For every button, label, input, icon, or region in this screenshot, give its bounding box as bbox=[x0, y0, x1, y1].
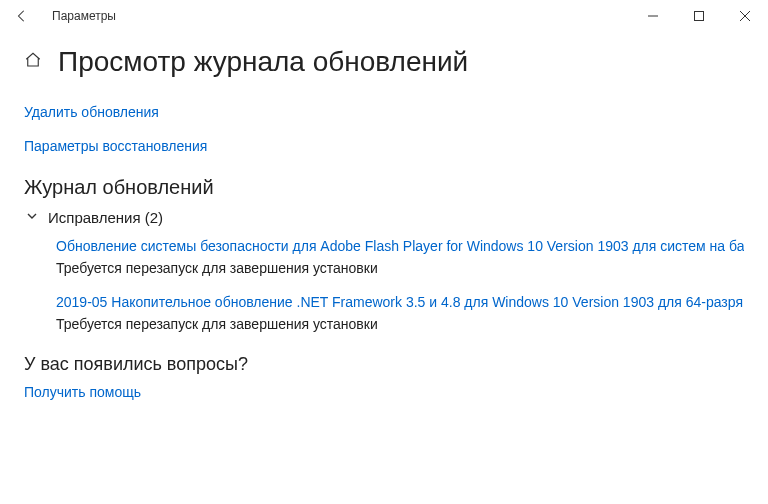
fixes-group-toggle[interactable]: Исправления (2) bbox=[24, 209, 744, 226]
content: Просмотр журнала обновлений Удалить обно… bbox=[0, 32, 768, 401]
window-title: Параметры bbox=[52, 9, 116, 23]
window-controls bbox=[630, 0, 768, 32]
help-title: У вас появились вопросы? bbox=[24, 354, 744, 375]
delete-updates-link[interactable]: Удалить обновления bbox=[24, 104, 744, 120]
heading-row: Просмотр журнала обновлений bbox=[24, 46, 744, 78]
update-title-link[interactable]: 2019-05 Накопительное обновление .NET Fr… bbox=[56, 294, 744, 310]
titlebar: Параметры bbox=[0, 0, 768, 32]
recovery-options-link[interactable]: Параметры восстановления bbox=[24, 138, 744, 154]
update-item: 2019-05 Накопительное обновление .NET Fr… bbox=[24, 294, 744, 332]
maximize-button[interactable] bbox=[676, 0, 722, 32]
fixes-group-label: Исправления (2) bbox=[48, 209, 163, 226]
chevron-down-icon bbox=[26, 210, 38, 225]
update-item: Обновление системы безопасности для Adob… bbox=[24, 238, 744, 276]
home-icon[interactable] bbox=[24, 51, 42, 74]
update-title-link[interactable]: Обновление системы безопасности для Adob… bbox=[56, 238, 744, 254]
svg-rect-1 bbox=[695, 12, 704, 21]
get-help-link[interactable]: Получить помощь bbox=[24, 384, 141, 400]
back-button[interactable] bbox=[8, 2, 36, 30]
minimize-button[interactable] bbox=[630, 0, 676, 32]
close-button[interactable] bbox=[722, 0, 768, 32]
help-section: У вас появились вопросы? Получить помощь bbox=[24, 354, 744, 401]
page-title: Просмотр журнала обновлений bbox=[58, 46, 468, 78]
update-status: Требуется перезапуск для завершения уста… bbox=[56, 260, 744, 276]
history-section-title: Журнал обновлений bbox=[24, 176, 744, 199]
update-status: Требуется перезапуск для завершения уста… bbox=[56, 316, 744, 332]
